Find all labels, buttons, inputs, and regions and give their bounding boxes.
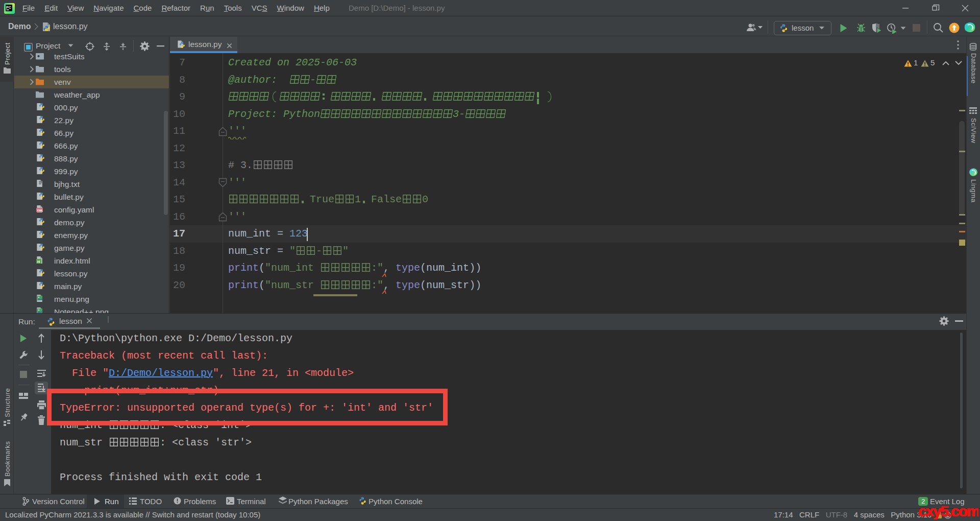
svg-text:H: H (37, 259, 40, 264)
svg-text:YML: YML (37, 209, 43, 212)
svg-text:PC: PC (6, 6, 11, 9)
